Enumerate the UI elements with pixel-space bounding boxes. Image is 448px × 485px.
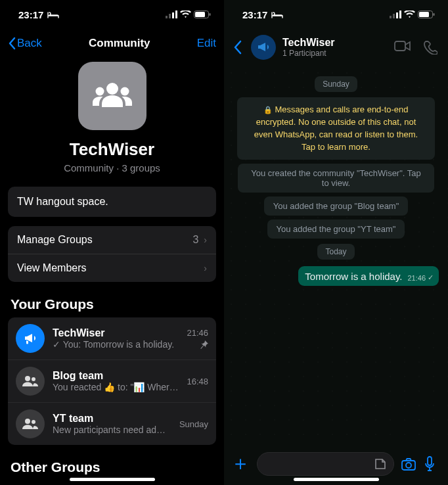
pin-icon xyxy=(200,340,208,349)
other-groups-title: Other Groups xyxy=(0,445,224,480)
svg-point-9 xyxy=(120,87,129,96)
home-indicator[interactable] xyxy=(70,478,155,481)
svg-point-7 xyxy=(106,83,118,95)
svg-point-11 xyxy=(32,377,35,381)
chat-title-area[interactable]: TechWiser 1 Participant xyxy=(282,37,388,58)
sticker-button[interactable] xyxy=(374,457,387,471)
svg-point-8 xyxy=(95,87,104,96)
sleep-icon xyxy=(47,11,59,18)
cellular-icon xyxy=(390,11,401,18)
community-description[interactable]: TW hangout space. xyxy=(8,187,216,217)
outgoing-message-row: Tomorrow is a holiday. 21:46 ✓ xyxy=(229,265,443,287)
status-bar: 23:17 xyxy=(0,0,224,29)
group-row[interactable]: YT team New participants need admin a...… xyxy=(8,403,216,445)
back-button[interactable]: Back xyxy=(8,37,42,50)
svg-rect-3 xyxy=(175,11,177,18)
svg-point-12 xyxy=(25,419,30,424)
outgoing-message[interactable]: Tomorrow is a holiday. 21:46 ✓ xyxy=(298,266,439,286)
svg-rect-6 xyxy=(210,13,211,16)
system-message: You added the group "YT team" xyxy=(267,219,405,239)
mic-button[interactable] xyxy=(424,456,441,472)
svg-point-10 xyxy=(25,376,30,381)
nav-bar: Back Community Edit xyxy=(0,29,224,58)
message-text: Tomorrow is a holiday. xyxy=(305,271,402,282)
group-row-announcements[interactable]: TechWiser ✓ You: Tomorrow is a holiday. … xyxy=(8,317,216,360)
megaphone-icon xyxy=(16,324,45,353)
svg-rect-21 xyxy=(395,41,405,51)
encryption-notice[interactable]: 🔒Messages and calls are end-to-end encry… xyxy=(237,97,435,160)
svg-point-13 xyxy=(32,420,35,424)
chat-screen: 23:17 TechWiser 1 Participant Sunday xyxy=(224,0,448,485)
community-avatar[interactable] xyxy=(78,62,146,130)
svg-rect-1 xyxy=(169,14,171,18)
group-name: TechWiser xyxy=(53,327,179,339)
group-name: YT team xyxy=(53,413,171,425)
svg-rect-0 xyxy=(166,16,168,18)
your-groups-list: TechWiser ✓ You: Tomorrow is a holiday. … xyxy=(8,317,216,445)
encryption-text: Messages and calls are end-to-end encryp… xyxy=(254,104,418,152)
date-separator: Today xyxy=(317,244,354,260)
home-indicator[interactable] xyxy=(294,478,379,481)
group-avatar-icon xyxy=(16,409,45,438)
svg-rect-22 xyxy=(402,461,415,470)
svg-rect-20 xyxy=(434,13,435,16)
group-row[interactable]: Blog team You reacted 👍 to: "📊 Where... … xyxy=(8,360,216,403)
voice-call-button[interactable] xyxy=(423,40,437,55)
community-header: TechWiser Community · 3 groups xyxy=(0,58,224,180)
video-call-button[interactable] xyxy=(394,40,411,55)
attach-button[interactable]: ＋ xyxy=(231,450,250,477)
view-members-label: View Members xyxy=(17,262,87,274)
community-menu: Manage Groups 3 › View Members › xyxy=(8,226,216,282)
status-time: 23:17 xyxy=(242,9,267,20)
status-bar: 23:17 xyxy=(224,0,448,29)
chat-subtitle: 1 Participant xyxy=(282,49,388,58)
system-message[interactable]: You created the community "TechWiser". T… xyxy=(238,164,434,193)
sleep-icon xyxy=(271,11,283,18)
svg-rect-24 xyxy=(428,457,432,465)
group-time: 16:48 xyxy=(187,377,208,386)
svg-point-23 xyxy=(406,463,411,468)
group-avatar-icon xyxy=(16,367,45,396)
chat-nav: TechWiser 1 Participant xyxy=(224,29,448,66)
cellular-icon xyxy=(166,11,177,18)
group-last-message: You reacted 👍 to: "📊 Where... xyxy=(53,382,179,392)
chevron-right-icon: › xyxy=(204,263,207,273)
wifi-icon xyxy=(404,11,415,18)
group-time: 21:46 xyxy=(187,328,208,338)
system-message: You added the group "Blog team" xyxy=(264,196,409,216)
svg-rect-19 xyxy=(419,12,429,17)
check-icon: ✓ xyxy=(428,273,434,282)
community-subtitle: Community · 3 groups xyxy=(0,162,224,173)
wifi-icon xyxy=(180,11,191,18)
date-separator: Sunday xyxy=(315,76,357,92)
group-last-message: ✓ You: Tomorrow is a holiday. xyxy=(53,339,179,350)
edit-button[interactable]: Edit xyxy=(197,37,216,50)
svg-rect-2 xyxy=(172,12,174,18)
group-time: Sunday xyxy=(179,419,208,429)
svg-rect-5 xyxy=(195,12,205,17)
camera-button[interactable] xyxy=(401,457,418,471)
status-time: 23:17 xyxy=(18,9,43,20)
view-members-row[interactable]: View Members › xyxy=(8,254,216,282)
back-button[interactable] xyxy=(231,40,244,55)
chevron-right-icon: › xyxy=(204,235,207,245)
message-input[interactable] xyxy=(257,452,394,476)
back-label: Back xyxy=(17,37,42,50)
group-last-message: New participants need admin a... xyxy=(53,425,171,435)
nav-title: Community xyxy=(89,37,150,50)
battery-icon xyxy=(418,11,435,18)
chat-title: TechWiser xyxy=(282,37,388,49)
community-name: TechWiser xyxy=(0,139,224,160)
chat-avatar[interactable] xyxy=(251,35,276,60)
manage-groups-count: 3 xyxy=(192,234,198,246)
manage-groups-row[interactable]: Manage Groups 3 › xyxy=(8,226,216,254)
svg-rect-16 xyxy=(396,12,398,18)
community-screen: 23:17 Back Community Edit TechWiser Comm… xyxy=(0,0,224,485)
battery-icon xyxy=(194,11,211,18)
manage-groups-label: Manage Groups xyxy=(17,234,93,246)
lock-icon: 🔒 xyxy=(263,106,273,114)
chat-body[interactable]: Sunday 🔒Messages and calls are end-to-en… xyxy=(224,66,448,446)
svg-rect-14 xyxy=(390,16,392,18)
svg-rect-17 xyxy=(399,11,401,18)
your-groups-title: Your Groups xyxy=(0,282,224,317)
